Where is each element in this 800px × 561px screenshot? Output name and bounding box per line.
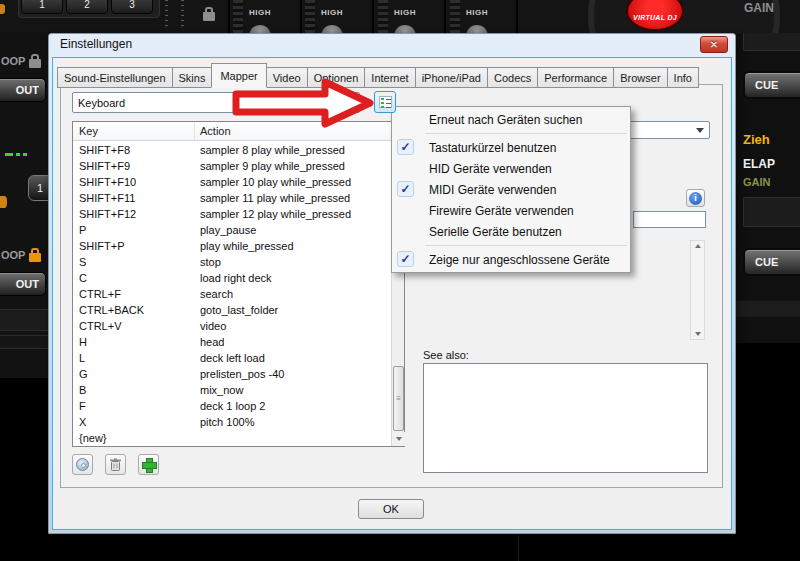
menu-separator [425, 245, 627, 246]
mapping-row[interactable]: SHIFT+F10 sampler 10 play while_pressed [73, 174, 391, 190]
mapping-list: Key Action SHIFT+F8 sampler 8 play while… [72, 121, 405, 447]
mapping-row[interactable]: CTRL+F search [73, 286, 391, 302]
skin-seam [518, 534, 519, 561]
plus-icon [142, 458, 155, 471]
column-key[interactable]: Key [73, 122, 195, 140]
lock-icon [203, 12, 215, 21]
see-also-list[interactable] [423, 363, 708, 473]
mapping-row[interactable]: F deck 1 loop 2 [73, 398, 391, 414]
eq-high-label: HIGH [249, 8, 271, 17]
settings-tab[interactable]: Performance [537, 67, 614, 88]
mapping-key: SHIFT+F10 [73, 176, 195, 188]
mapping-row[interactable]: P play_pause [73, 222, 391, 238]
mapping-row[interactable]: C load right deck [73, 270, 391, 286]
eq-level-meter [233, 0, 243, 33]
pitch-slider-ticks [181, 0, 184, 29]
settings-tab[interactable]: Browser [613, 67, 667, 88]
mapping-row[interactable]: SHIFT+F9 sampler 9 play while_pressed [73, 158, 391, 174]
menu-entry: ✓ Tastaturkürzel benutzen [392, 137, 630, 158]
mapping-key: B [73, 384, 195, 396]
menu-entry: ✓ Firewire Geräte verwenden [392, 200, 630, 221]
mapping-action: video [195, 320, 391, 332]
device-select-value: Keyboard [78, 97, 125, 109]
skin-right-column: CUE Zieh ELAP GAIN CUE [735, 33, 800, 561]
mapping-key: S [73, 256, 195, 268]
skin-display-panel [743, 33, 800, 51]
loop-lock-icon [29, 59, 41, 68]
hotcue-button[interactable]: 2 [66, 0, 108, 14]
menu-item[interactable]: ✓ MIDI Geräte verwenden [392, 179, 630, 200]
trash-icon [109, 458, 122, 472]
mapping-row[interactable]: {new} [73, 430, 391, 446]
mapping-row[interactable]: X pitch 100% [73, 414, 391, 430]
mapping-row[interactable]: SHIFT+F11 sampler 11 play while_pressed [73, 190, 391, 206]
add-mapping-button[interactable] [138, 454, 159, 475]
cue-button[interactable]: CUE [743, 71, 800, 99]
mapping-key: SHIFT+F12 [73, 208, 195, 220]
mapping-row[interactable]: S stop [73, 254, 391, 270]
loop-length-button[interactable]: 1 [28, 175, 48, 201]
eq-high-knob[interactable] [466, 25, 488, 33]
mapping-row[interactable]: SHIFT+F12 sampler 12 play while_pressed [73, 206, 391, 222]
checkmark-icon: ✓ [397, 251, 414, 267]
virtualdj-logo-text: VIRTUAL DJ [633, 14, 677, 29]
action-input[interactable] [633, 211, 706, 228]
skin-panel [0, 309, 48, 331]
mapping-action: mix_now [195, 384, 391, 396]
menu-item[interactable]: ✓ Firewire Geräte verwenden [392, 200, 630, 221]
settings-tab[interactable]: iPhone/iPad [415, 67, 488, 88]
cue-button[interactable]: CUE [743, 248, 800, 276]
menu-item[interactable]: ✓ HID Geräte verwenden [392, 158, 630, 179]
mapping-row[interactable]: B mix_now [73, 382, 391, 398]
delete-mapping-button[interactable] [105, 454, 126, 475]
ok-button[interactable]: OK [358, 499, 424, 519]
mapping-row[interactable]: CTRL+BACK goto_last_folder [73, 302, 391, 318]
mapping-key: P [73, 224, 195, 236]
scroll-down-icon[interactable] [392, 432, 405, 446]
eq-high-knob[interactable] [249, 25, 271, 33]
settings-tab[interactable]: Sound-Einstellungen [57, 67, 173, 88]
mapping-action: sampler 11 play while_pressed [195, 192, 391, 204]
eq-high-label: HIGH [394, 8, 416, 17]
eq-level-meter [305, 0, 315, 33]
loop-out-button[interactable]: OUT [0, 78, 46, 102]
mapping-key: CTRL+V [73, 320, 195, 332]
scroll-up-icon[interactable] [691, 244, 704, 248]
mapping-row[interactable]: CTRL+V video [73, 318, 391, 334]
mapping-row[interactable]: G prelisten_pos -40 [73, 366, 391, 382]
hotcue-button[interactable]: 3 [111, 0, 153, 14]
scrollbar-thumb[interactable]: ≡ [393, 366, 404, 431]
eq-high-knob[interactable] [321, 25, 343, 33]
mapping-action: goto_last_folder [195, 304, 391, 316]
info-button[interactable]: i [686, 189, 705, 207]
menu-item-label: HID Geräte verwenden [429, 162, 552, 176]
menu-item[interactable]: ✓ Serielle Geräte benutzen [392, 221, 630, 242]
mapping-row[interactable]: SHIFT+F8 sampler 8 play while_pressed [73, 142, 391, 158]
hotcue-button[interactable]: 1 [21, 0, 63, 14]
duplicate-mapping-button[interactable] [72, 454, 93, 475]
mapping-action: play while_pressed [195, 240, 391, 252]
mapping-row[interactable]: H head [73, 334, 391, 350]
device-list-icon [379, 96, 392, 108]
mapping-row[interactable]: SHIFT+P play while_pressed [73, 238, 391, 254]
mapping-row[interactable]: L deck left load [73, 350, 391, 366]
menu-item[interactable]: ✓ Erneut nach Geräten suchen [392, 109, 630, 130]
loop-out-button[interactable]: OUT [0, 272, 46, 296]
settings-tab[interactable]: Skins [172, 67, 213, 88]
settings-tab[interactable]: Info [667, 67, 699, 88]
eq-high-knob[interactable] [394, 25, 416, 33]
close-button[interactable]: ✕ [700, 36, 728, 53]
mapping-key: SHIFT+F8 [73, 144, 195, 156]
skin-orange-marker [0, 4, 5, 14]
mapping-action: stop [195, 256, 391, 268]
settings-tab[interactable]: Codecs [487, 67, 538, 88]
menu-item[interactable]: ✓ Zeige nur angeschlossene Geräte [392, 249, 630, 270]
eq-high-label: HIGH [466, 8, 488, 17]
hotcue-buttons: 123 [21, 0, 153, 14]
action-scrollbar[interactable] [690, 240, 705, 340]
scroll-down-icon[interactable] [691, 332, 704, 336]
menu-item[interactable]: ✓ Tastaturkürzel benutzen [392, 137, 630, 158]
mapping-key: X [73, 416, 195, 428]
mapping-action: prelisten_pos -40 [195, 368, 391, 380]
mapping-key: SHIFT+P [73, 240, 195, 252]
